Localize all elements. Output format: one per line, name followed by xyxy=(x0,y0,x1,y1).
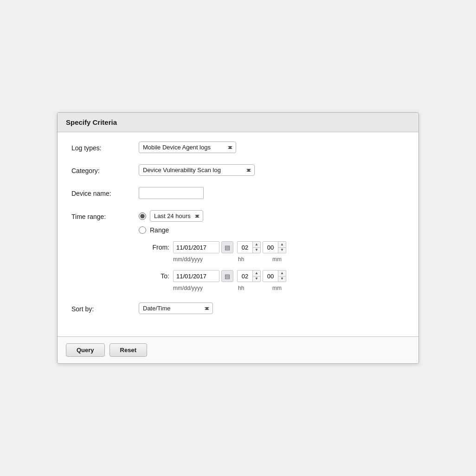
from-hints: mm/dd/yyyy hh mm xyxy=(150,256,405,263)
from-hh-hint: hh xyxy=(238,256,266,263)
dialog-title: Specify Criteria xyxy=(66,118,117,126)
to-time-wrap: ▲ ▼ ▲ ▼ xyxy=(237,270,286,282)
to-label: To: xyxy=(150,272,169,280)
from-row: From: ▤ ▲ xyxy=(150,241,405,263)
to-hour-down[interactable]: ▼ xyxy=(253,277,260,282)
to-calendar-icon[interactable]: ▤ xyxy=(221,270,233,282)
from-minute-arrows: ▲ ▼ xyxy=(278,242,286,253)
to-row-top: To: ▤ ▲ xyxy=(150,270,405,282)
log-types-select[interactable]: Mobile Device Agent logs Network logs Sy… xyxy=(139,142,236,153)
to-hh-hint: hh xyxy=(238,285,266,291)
sort-by-control: Date/Time Device Name Severity xyxy=(139,302,405,314)
to-minute-up[interactable]: ▲ xyxy=(278,270,286,277)
time-range-preset-select[interactable]: Last 24 hours Last 48 hours Last 7 days xyxy=(150,210,203,222)
to-minute-down[interactable]: ▼ xyxy=(278,277,286,282)
to-mm-hint: mm xyxy=(272,285,291,291)
from-minute-input[interactable] xyxy=(263,242,278,253)
from-row-top: From: ▤ ▲ xyxy=(150,241,405,253)
radio-row-preset: Last 24 hours Last 48 hours Last 7 days xyxy=(139,210,405,222)
to-hour-input[interactable] xyxy=(238,270,252,282)
to-hour-arrows: ▲ ▼ xyxy=(252,270,260,282)
from-hour-down[interactable]: ▼ xyxy=(253,248,260,253)
from-label: From: xyxy=(150,244,169,251)
specify-criteria-dialog: Specify Criteria Log types: Mobile Devic… xyxy=(57,112,419,364)
to-date-hint: mm/dd/yyyy xyxy=(173,285,233,291)
log-types-row: Log types: Mobile Device Agent logs Netw… xyxy=(71,142,405,153)
dialog-footer: Query Reset xyxy=(58,336,418,363)
device-name-control xyxy=(139,187,405,199)
to-row: To: ▤ ▲ xyxy=(150,270,405,291)
time-range-row: Time range: Last 24 hours Last 48 hours … xyxy=(71,210,405,291)
from-hour-arrows: ▲ ▼ xyxy=(252,242,260,253)
reset-button[interactable]: Reset xyxy=(109,343,147,357)
from-date-input[interactable] xyxy=(173,241,219,253)
category-control: Device Vulnerability Scan log All Applic… xyxy=(139,164,405,176)
to-hour-up[interactable]: ▲ xyxy=(253,270,260,277)
category-row: Category: Device Vulnerability Scan log … xyxy=(71,164,405,176)
query-button[interactable]: Query xyxy=(66,343,105,357)
from-minute-spinner: ▲ ▼ xyxy=(263,241,286,253)
dialog-header: Specify Criteria xyxy=(58,113,418,132)
dialog-body: Log types: Mobile Device Agent logs Netw… xyxy=(58,132,418,336)
from-time-wrap: ▲ ▼ ▲ ▼ xyxy=(237,241,286,253)
from-minute-down[interactable]: ▼ xyxy=(278,248,286,253)
time-range-section: Last 24 hours Last 48 hours Last 7 days … xyxy=(139,210,405,291)
time-range-control: Last 24 hours Last 48 hours Last 7 days … xyxy=(139,210,405,291)
from-mm-hint: mm xyxy=(272,256,291,263)
time-range-label: Time range: xyxy=(71,210,139,220)
log-types-control: Mobile Device Agent logs Network logs Sy… xyxy=(139,142,405,153)
range-label: Range xyxy=(150,226,169,234)
to-hints: mm/dd/yyyy hh mm xyxy=(150,285,405,291)
to-date-wrap: ▤ xyxy=(173,270,233,282)
category-label: Category: xyxy=(71,164,139,174)
device-name-input[interactable] xyxy=(139,187,204,199)
device-name-label: Device name: xyxy=(71,187,139,197)
sort-by-row: Sort by: Date/Time Device Name Severity xyxy=(71,302,405,314)
radio-preset[interactable] xyxy=(139,212,146,220)
category-select[interactable]: Device Vulnerability Scan log All Applic… xyxy=(139,164,255,176)
radio-row-range: Range xyxy=(139,226,405,234)
from-hour-up[interactable]: ▲ xyxy=(253,242,260,248)
range-fields: From: ▤ ▲ xyxy=(150,241,405,291)
to-date-input[interactable] xyxy=(173,270,219,282)
sort-by-select[interactable]: Date/Time Device Name Severity xyxy=(139,302,213,314)
from-minute-up[interactable]: ▲ xyxy=(278,242,286,248)
to-minute-arrows: ▲ ▼ xyxy=(278,270,286,282)
to-minute-spinner: ▲ ▼ xyxy=(263,270,286,282)
log-types-label: Log types: xyxy=(71,142,139,152)
to-minute-input[interactable] xyxy=(263,270,278,282)
device-name-row: Device name: xyxy=(71,187,405,199)
from-date-wrap: ▤ xyxy=(173,241,233,253)
to-hour-spinner: ▲ ▼ xyxy=(237,270,261,282)
sort-by-label: Sort by: xyxy=(71,302,139,313)
from-date-hint: mm/dd/yyyy xyxy=(173,256,233,263)
from-calendar-icon[interactable]: ▤ xyxy=(221,241,233,253)
radio-range[interactable] xyxy=(139,226,146,234)
from-hour-input[interactable] xyxy=(238,242,252,253)
from-hour-spinner: ▲ ▼ xyxy=(237,241,261,253)
